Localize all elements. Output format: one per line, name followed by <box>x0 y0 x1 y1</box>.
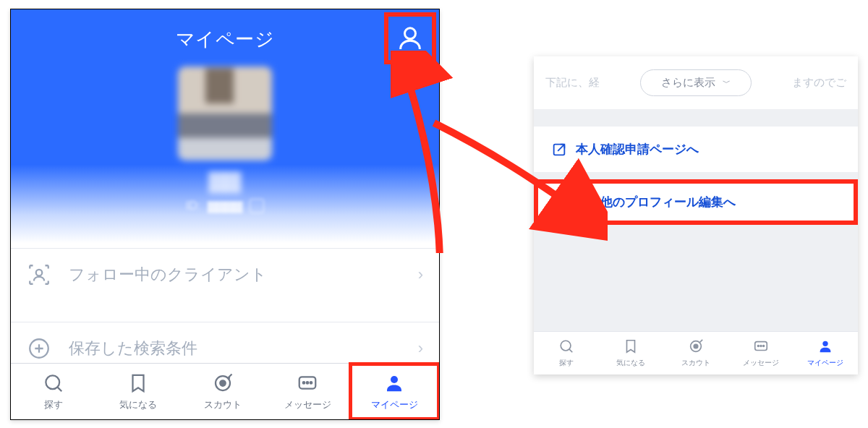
message-icon <box>753 338 769 356</box>
faded-text-left: 下記に、経 <box>545 76 600 90</box>
show-more-label: さらに表示 <box>661 76 715 90</box>
link-identity-verify[interactable]: 本人確認申請ページへ <box>534 127 858 172</box>
svg-point-15 <box>694 344 698 348</box>
profile-header: マイページ ▇▇ ID: ▇▇▇▇ <box>11 9 439 248</box>
avatar[interactable] <box>178 67 272 160</box>
svg-point-13 <box>561 341 571 351</box>
svg-point-3 <box>46 375 59 389</box>
search-icon <box>43 372 64 396</box>
message-icon <box>297 372 318 396</box>
nav-search[interactable]: 探す <box>534 332 599 374</box>
nav-favorite[interactable]: 気になる <box>599 332 664 374</box>
person-icon <box>396 24 425 53</box>
nav-mypage[interactable]: マイページ <box>349 362 440 420</box>
nav-label: メッセージ <box>284 398 331 411</box>
person-icon <box>817 338 833 356</box>
faded-text-right: ますのでご <box>792 76 846 90</box>
link-edit-profile[interactable]: その他のプロフィール編集へ <box>534 179 858 225</box>
user-id-value: ▇▇▇▇ <box>208 200 242 213</box>
list-label: 保存した検索条件 <box>69 338 197 359</box>
page-title: マイページ <box>11 9 439 52</box>
profile-settings-button[interactable] <box>384 12 436 64</box>
bookmark-icon <box>623 338 639 356</box>
svg-point-18 <box>760 346 762 347</box>
left-screen: マイページ ▇▇ ID: ▇▇▇▇ フォロー中のクライアント › <box>10 9 440 420</box>
svg-point-8 <box>307 382 309 384</box>
search-icon <box>558 338 574 356</box>
chevron-down-icon: ﹀ <box>723 77 731 88</box>
svg-point-17 <box>757 346 759 347</box>
svg-point-5 <box>220 380 226 386</box>
nav-favorite[interactable]: 気になる <box>95 364 180 419</box>
user-name: ▇▇ <box>11 169 439 193</box>
right-screen: 下記に、経 さらに表示 ﹀ ますのでご 本人確認申請ページへ その他のプロフィー… <box>534 56 858 374</box>
user-id-label: ID: <box>186 200 200 213</box>
chevron-right-icon: › <box>418 339 423 358</box>
nav-label: マイページ <box>371 398 418 411</box>
list-follow-clients[interactable]: フォロー中のクライアント › <box>11 248 439 300</box>
nav-label: 探す <box>44 398 63 411</box>
target-icon <box>688 338 704 356</box>
bottom-nav: 探す 気になる スカウト メッセージ マイページ <box>534 331 858 374</box>
svg-point-19 <box>762 346 764 347</box>
svg-point-9 <box>310 382 312 384</box>
link-label: 本人確認申請ページへ <box>576 141 699 158</box>
plus-circle-icon <box>27 336 51 361</box>
show-more-button[interactable]: さらに表示 ﹀ <box>640 69 752 96</box>
person-focus-icon <box>27 262 51 287</box>
target-icon <box>212 372 234 396</box>
svg-point-7 <box>303 382 305 384</box>
nav-label: 気になる <box>616 358 645 368</box>
nav-scout[interactable]: スカウト <box>663 332 728 374</box>
nav-label: マイページ <box>807 358 843 368</box>
nav-mypage[interactable]: マイページ <box>793 332 858 374</box>
user-id-row: ID: ▇▇▇▇ <box>11 199 439 213</box>
external-link-icon <box>551 194 567 210</box>
nav-label: メッセージ <box>743 358 779 368</box>
chevron-right-icon: › <box>418 265 423 284</box>
svg-point-0 <box>405 28 416 39</box>
svg-point-10 <box>391 376 398 383</box>
nav-label: 気になる <box>119 398 157 411</box>
link-label: その他のプロフィール編集へ <box>576 194 736 210</box>
svg-point-20 <box>823 341 828 346</box>
list-label: フォロー中のクライアント <box>69 264 267 286</box>
person-icon <box>383 372 405 396</box>
nav-search[interactable]: 探す <box>11 364 95 419</box>
nav-label: スカウト <box>204 398 242 411</box>
nav-message[interactable]: メッセージ <box>728 332 793 374</box>
svg-point-1 <box>36 269 43 275</box>
bottom-nav: 探す 気になる スカウト メッセージ マイページ <box>11 363 439 419</box>
nav-scout[interactable]: スカウト <box>180 364 265 419</box>
nav-message[interactable]: メッセージ <box>265 364 350 419</box>
copy-icon[interactable] <box>250 199 264 213</box>
nav-label: スカウト <box>681 358 710 368</box>
bookmark-icon <box>127 372 149 396</box>
nav-label: 探す <box>559 358 574 368</box>
external-link-icon <box>551 142 567 158</box>
right-top-card: 下記に、経 さらに表示 ﹀ ますのでご <box>534 56 858 109</box>
